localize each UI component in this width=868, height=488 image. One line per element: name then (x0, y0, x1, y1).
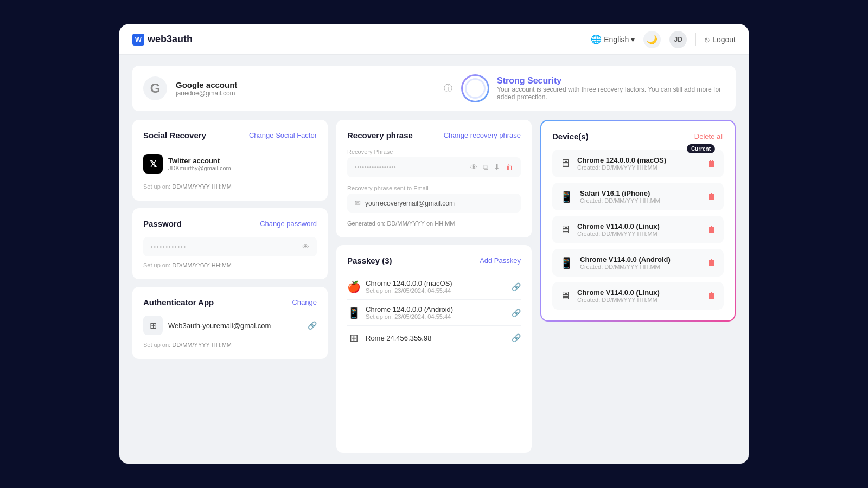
device-created-2: Created: DD/MM/YYY HH:MM (577, 230, 660, 237)
phrase-field: ••••••••••••••••• 👁 ⧉ ⬇ 🗑 (347, 157, 521, 177)
passkey-name-0: Chrome 124.0.0.0 (macOS) (366, 279, 452, 287)
device-item-wrap-0: 🖥 Chrome 124.0.0.0 (macOS) Created: DD/M… (552, 150, 724, 177)
authenticator-setup-info: Set up on: DD/MM/YYYY HH:MM (143, 342, 317, 348)
passkey-date-0: Set up on: 23/05/2024, 04:55:44 (366, 287, 452, 294)
current-badge: Current (687, 144, 715, 153)
device-item-3: 📱 Chrome V114.0.0 (Android) Created: DD/… (552, 249, 724, 277)
password-setup-info: Set up on: DD/MM/YYYY HH:MM (143, 262, 317, 268)
logout-icon: ⎋ (705, 35, 709, 44)
desktop-icon-2: 🖥 (560, 223, 571, 236)
password-panel: Password Change password •••••••••••• 👁 … (132, 208, 328, 279)
device-delete-3[interactable]: 🗑 (707, 258, 716, 268)
authenticator-setup-date: DD/MM/YYYY HH:MM (172, 342, 232, 348)
device-item-1: 📱 Safari V16.1 (iPhone) Created: DD/MM/Y… (552, 183, 724, 210)
twitter-icon: 𝕏 (143, 154, 163, 174)
password-setup-date: DD/MM/YYYY HH:MM (172, 262, 232, 268)
passkey-date-1: Set up on: 23/05/2024, 04:55:44 (366, 313, 453, 320)
header-right: 🌐 English ▾ 🌙 JD ⎋ Logout (591, 31, 736, 48)
language-button[interactable]: 🌐 English ▾ (591, 34, 635, 44)
device-item-2: 🖥 Chrome V114.0.0 (Linux) Created: DD/MM… (552, 216, 724, 243)
change-recovery-phrase-button[interactable]: Change recovery phrase (444, 131, 521, 139)
delete-all-button[interactable]: Delete all (694, 132, 724, 140)
passkey-name-1: Chrome 124.0.0.0 (Android) (366, 305, 453, 313)
security-indicator: Strong Security Your account is secured … (461, 74, 725, 102)
authenticator-link-icon[interactable]: 🔗 (308, 321, 317, 330)
passkey-item-0: 🍎 Chrome 124.0.0.0 (macOS) Set up on: 23… (347, 274, 521, 300)
passkey-grid-icon: ⊞ (347, 331, 360, 344)
header-divider (695, 33, 696, 46)
device-name-2: Chrome V114.0.0 (Linux) (577, 222, 660, 230)
recovery-phrase-header: Recovery phrase Change recovery phrase (347, 131, 521, 140)
email-icon: ✉ (355, 199, 361, 207)
email-field-wrap: ✉ yourrecoveryemail@gmail.com (347, 194, 521, 213)
devices-header: Device(s) Delete all (552, 132, 724, 141)
passkey-item-2: ⊞ Rome 24.456.355.98 🔗 (347, 326, 521, 350)
logout-label: Logout (712, 35, 736, 44)
passkey-apple-icon: 🍎 (347, 280, 360, 293)
phrase-copy-icon[interactable]: ⧉ (483, 163, 488, 172)
security-ring-inner (465, 78, 486, 99)
phrase-download-icon[interactable]: ⬇ (494, 163, 500, 172)
recovery-panel-content: Recovery Phrase ••••••••••••••••• 👁 ⧉ ⬇ … (347, 149, 521, 227)
phrase-hide-icon[interactable]: 👁 (470, 163, 477, 172)
account-name: Google account (176, 80, 431, 89)
phrase-actions: 👁 ⧉ ⬇ 🗑 (470, 163, 513, 172)
passkey-link-2[interactable]: 🔗 (512, 333, 521, 342)
right-column: Device(s) Delete all 🖥 Chrome 124.0.0.0 … (540, 120, 736, 453)
passkey-link-1[interactable]: 🔗 (512, 309, 521, 317)
social-recovery-panel: Social Recovery Change Social Factor 𝕏 T… (132, 120, 328, 201)
device-info-2: Chrome V114.0.0 (Linux) Created: DD/MM/Y… (577, 222, 660, 237)
phrase-delete-icon[interactable]: 🗑 (506, 163, 513, 172)
passkey-info-0: Chrome 124.0.0.0 (macOS) Set up on: 23/0… (366, 279, 452, 294)
theme-toggle[interactable]: 🌙 (643, 31, 661, 48)
desktop-icon-0: 🖥 (560, 157, 571, 170)
eye-icon[interactable]: 👁 (302, 242, 309, 251)
change-password-button[interactable]: Change password (260, 220, 317, 228)
passkey-info-2: Rome 24.456.355.98 (366, 334, 431, 342)
password-field: •••••••••••• 👁 (143, 237, 317, 256)
social-setup-date: DD/MM/YYYY HH:MM (172, 183, 232, 190)
device-delete-4[interactable]: 🗑 (707, 291, 716, 301)
recovery-phrase-panel: Recovery phrase Change recovery phrase R… (336, 120, 532, 237)
logo-text: web3auth (148, 34, 193, 45)
device-created-1: Created: DD/MM/YYY HH:MM (580, 197, 660, 204)
passkeys-header: Passkey (3) Add Passkey (347, 256, 521, 265)
globe-icon: 🌐 (591, 34, 602, 44)
device-info-0: Chrome 124.0.0.0 (macOS) Created: DD/MM/… (577, 156, 666, 171)
device-delete-0[interactable]: 🗑 (707, 159, 716, 169)
devices-list: 🖥 Chrome 124.0.0.0 (macOS) Created: DD/M… (552, 150, 724, 310)
twitter-info: Twitter account JDKmurthy@gmail.com (168, 157, 231, 171)
language-label: English (604, 35, 629, 44)
add-passkey-button[interactable]: Add Passkey (480, 256, 521, 265)
password-header: Password Change password (143, 219, 317, 228)
info-icon[interactable]: ⓘ (444, 83, 452, 94)
device-created-4: Created: DD/MM/YYY HH:MM (577, 297, 660, 303)
device-item-4: 🖥 Chrome V114.0.0 (Linux) Created: DD/MM… (552, 282, 724, 310)
security-text: Strong Security Your account is secured … (497, 76, 725, 101)
social-setup-info: Set up on: DD/MM/YYYY HH:MM (143, 183, 317, 190)
device-created-0: Created: DD/MM/YYY HH:MM (577, 164, 666, 171)
main-content: G Google account janedoe@gmail.com ⓘ Str… (119, 55, 749, 464)
authenticator-icon: ⊞ (143, 316, 163, 335)
device-delete-1[interactable]: 🗑 (707, 192, 716, 202)
device-created-3: Created: DD/MM/YYY HH:MM (580, 264, 671, 270)
change-authenticator-button[interactable]: Change (292, 298, 317, 306)
device-delete-2[interactable]: 🗑 (707, 225, 716, 235)
social-recovery-header: Social Recovery Change Social Factor (143, 131, 317, 140)
security-level: Strong Security (497, 76, 725, 86)
change-social-factor-button[interactable]: Change Social Factor (249, 131, 317, 139)
password-dots: •••••••••••• (151, 244, 187, 250)
device-name-1: Safari V16.1 (iPhone) (580, 189, 660, 197)
security-desc: Your account is secured with three recov… (497, 86, 725, 101)
phrase-section: Recovery Phrase ••••••••••••••••• 👁 ⧉ ⬇ … (347, 149, 521, 177)
device-name-4: Chrome V114.0.0 (Linux) (577, 288, 660, 297)
logout-button[interactable]: ⎋ Logout (705, 35, 736, 44)
passkey-link-0[interactable]: 🔗 (512, 282, 521, 291)
account-info: Google account janedoe@gmail.com (176, 80, 431, 97)
devices-panel: Device(s) Delete all 🖥 Chrome 124.0.0.0 … (541, 121, 735, 320)
device-info-1: Safari V16.1 (iPhone) Created: DD/MM/YYY… (580, 189, 660, 204)
logo: W web3auth (132, 34, 193, 46)
twitter-account-name: Twitter account (168, 157, 231, 165)
account-email: janedoe@gmail.com (176, 89, 431, 97)
left-column: Social Recovery Change Social Factor 𝕏 T… (132, 120, 328, 453)
